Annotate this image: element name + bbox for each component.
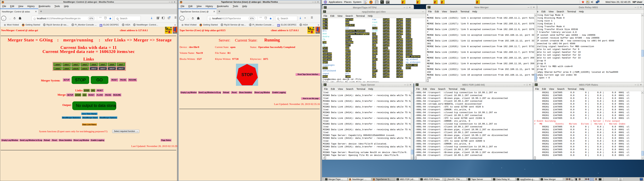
svg-text:STOP: STOP <box>241 72 253 77</box>
